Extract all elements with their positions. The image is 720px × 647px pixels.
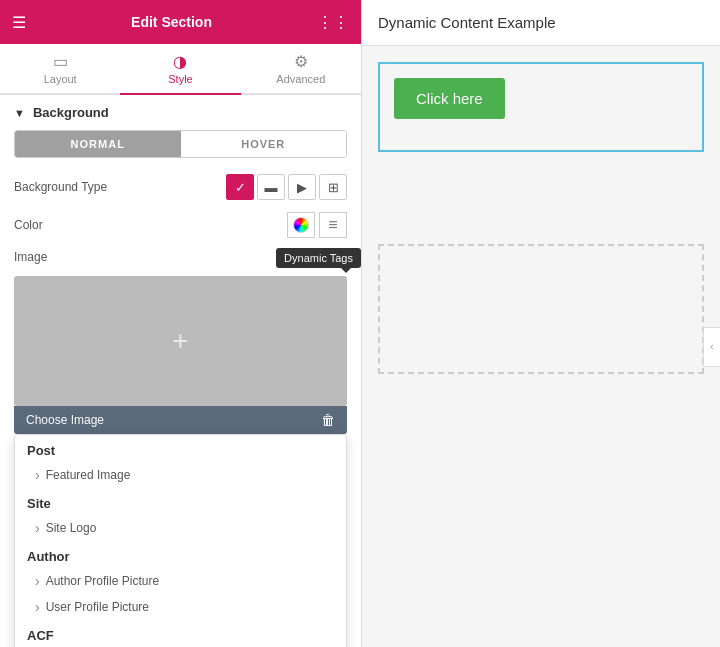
bg-type-classic-btn[interactable]: ▬: [257, 174, 285, 200]
toggle-hover-btn[interactable]: HOVER: [181, 131, 347, 157]
layout-icon: ▭: [53, 52, 68, 71]
tab-style-label: Style: [168, 73, 192, 85]
dropdown-item-author-profile[interactable]: Author Profile Picture: [15, 568, 346, 594]
image-upload-area[interactable]: + Dynamic Tags: [14, 276, 347, 406]
background-section-header[interactable]: ▼ Background: [0, 95, 361, 130]
dropdown-item-featured-image[interactable]: Featured Image: [15, 462, 346, 488]
bg-type-label: Background Type: [14, 180, 226, 194]
dropdown-group-author: Author: [15, 541, 346, 568]
tab-advanced[interactable]: ⚙ Advanced: [241, 44, 361, 95]
collapse-handle[interactable]: ‹: [703, 327, 720, 367]
style-icon: ◑: [173, 52, 187, 71]
bg-type-buttons: ✓ ▬ ▶ ⊞: [226, 174, 347, 200]
bg-type-slideshow-btn[interactable]: ⊞: [319, 174, 347, 200]
dropdown-group-acf: ACF: [15, 620, 346, 647]
dropdown-item-site-logo[interactable]: Site Logo: [15, 515, 346, 541]
panel-title: Edit Section: [26, 14, 317, 30]
color-controls: ≡: [287, 212, 347, 238]
grid-icon[interactable]: ⋮⋮: [317, 13, 349, 32]
bg-type-video-btn[interactable]: ▶: [288, 174, 316, 200]
tab-advanced-label: Advanced: [276, 73, 325, 85]
choose-image-bar[interactable]: Choose Image 🗑: [14, 406, 347, 434]
right-header: Dynamic Content Example: [362, 0, 720, 46]
dropdown-item-user-profile[interactable]: User Profile Picture: [15, 594, 346, 620]
panel-content: ▼ Background NORMAL HOVER Background Typ…: [0, 95, 361, 647]
hamburger-icon[interactable]: ☰: [12, 13, 26, 32]
click-here-button[interactable]: Click here: [394, 78, 505, 119]
right-title: Dynamic Content Example: [378, 14, 556, 31]
panel-header: ☰ Edit Section ⋮⋮: [0, 0, 361, 44]
color-label: Color: [14, 218, 287, 232]
background-title: Background: [33, 105, 109, 120]
color-circle: [293, 217, 309, 233]
tab-layout-label: Layout: [44, 73, 77, 85]
normal-hover-toggle: NORMAL HOVER: [14, 130, 347, 158]
dynamic-tags-tooltip: Dynamic Tags: [276, 248, 361, 268]
tabs-row: ▭ Layout ◑ Style ⚙ Advanced: [0, 44, 361, 95]
dropdown-group-site: Site: [15, 488, 346, 515]
right-panel: Dynamic Content Example Click here ‹: [362, 0, 720, 647]
choose-image-label: Choose Image: [26, 413, 104, 427]
upload-plus-icon: +: [172, 325, 188, 357]
dropdown-group-post: Post: [15, 435, 346, 462]
tab-layout[interactable]: ▭ Layout: [0, 44, 120, 95]
background-arrow-icon: ▼: [14, 107, 25, 119]
dashed-content-box: [378, 244, 704, 374]
tab-style[interactable]: ◑ Style: [120, 44, 240, 95]
toggle-normal-btn[interactable]: NORMAL: [15, 131, 181, 157]
bg-type-row: Background Type ✓ ▬ ▶ ⊞: [0, 168, 361, 206]
dynamic-tags-dropdown: Post Featured Image Site Site Logo Autho…: [14, 434, 347, 647]
right-content: Click here ‹: [362, 46, 720, 647]
bg-type-none-btn[interactable]: ✓: [226, 174, 254, 200]
color-swatch-btn[interactable]: [287, 212, 315, 238]
trash-icon[interactable]: 🗑: [321, 412, 335, 428]
color-row: Color ≡: [0, 206, 361, 244]
advanced-icon: ⚙: [294, 52, 308, 71]
lines-icon: ≡: [328, 216, 337, 234]
color-lines-btn[interactable]: ≡: [319, 212, 347, 238]
left-panel: ☰ Edit Section ⋮⋮ ▭ Layout ◑ Style ⚙ Adv…: [0, 0, 362, 647]
